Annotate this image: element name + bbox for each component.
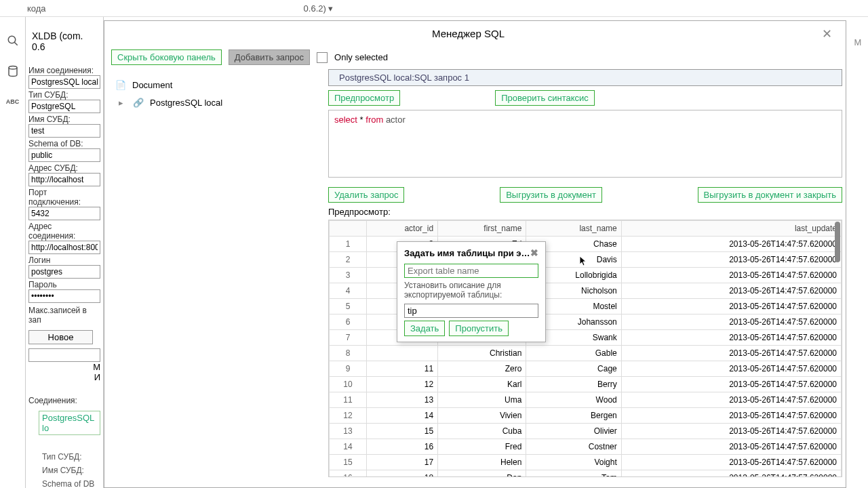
m-label: М bbox=[28, 362, 100, 372]
conn-addr-input[interactable] bbox=[28, 241, 100, 254]
export-name-popup: Задать имя таблицы при э… ✖ Установить о… bbox=[397, 241, 546, 342]
tree-document[interactable]: 📄 Document bbox=[115, 76, 315, 94]
link-icon: 🔗 bbox=[132, 96, 144, 108]
i-label: И bbox=[28, 372, 100, 382]
app-title: XLDB (com. 0.6 bbox=[28, 20, 100, 64]
top-toolbar: кода 0.6.2) ▾ bbox=[0, 0, 868, 17]
db-type-label: Тип СУБД: bbox=[28, 90, 100, 100]
popup-close-icon[interactable]: ✖ bbox=[530, 247, 538, 258]
password-label: Пароль bbox=[28, 280, 100, 289]
schema-input[interactable] bbox=[28, 148, 100, 162]
modal-header: Менеджер SQL ✕ bbox=[104, 21, 846, 45]
conn-name-label: Имя соединения: bbox=[28, 66, 100, 75]
export-name-input[interactable] bbox=[404, 264, 538, 278]
conn-addr-label: Адрес соединения: bbox=[28, 222, 100, 241]
export-tip-input[interactable] bbox=[404, 304, 538, 318]
popup-skip-button[interactable]: Пропустить bbox=[449, 321, 509, 336]
close-icon[interactable]: ✕ bbox=[822, 26, 835, 40]
svg-line-1 bbox=[14, 42, 18, 45]
table-row[interactable]: 1214VivienBergen2013-05-26T14:47:57.6200… bbox=[330, 408, 842, 424]
port-label: Порт подключения: bbox=[28, 188, 100, 207]
preview-label: Предпросмотр: bbox=[328, 207, 842, 217]
abc-icon[interactable]: ABC bbox=[6, 95, 20, 108]
popup-title: Задать имя таблицы при э… bbox=[404, 248, 530, 258]
connections-label: Соединения: bbox=[28, 396, 100, 405]
col-header[interactable]: last_name bbox=[526, 221, 621, 237]
password-input[interactable] bbox=[28, 289, 100, 303]
info-row: Тип СУБД: bbox=[42, 452, 100, 462]
db-addr-input[interactable] bbox=[28, 173, 100, 186]
table-row[interactable]: 1618DanTom2013-05-26T14:47:57.620000 bbox=[330, 470, 842, 478]
only-selected-label: Only selected bbox=[334, 52, 388, 62]
right-rail: M bbox=[848, 17, 868, 488]
db-icon[interactable] bbox=[6, 64, 20, 78]
query-tab[interactable]: PostgresSQL local:SQL запрос 1 bbox=[328, 69, 842, 86]
document-icon: 📄 bbox=[115, 79, 127, 91]
check-syntax-button[interactable]: Проверить синтаксис bbox=[495, 90, 595, 106]
preview-button[interactable]: Предпросмотр bbox=[328, 90, 400, 106]
popup-description: Установить описание для экспортируемой т… bbox=[404, 281, 538, 300]
hide-panel-button[interactable]: Скрыть боковую панель bbox=[111, 49, 222, 65]
table-row[interactable]: 1113UmaWood2013-05-26T14:47:57.620000 bbox=[330, 392, 842, 408]
svg-point-0 bbox=[8, 36, 16, 43]
db-type-input[interactable] bbox=[28, 100, 100, 113]
table-row[interactable]: 1012KarlBerry2013-05-26T14:47:57.620000 bbox=[330, 377, 842, 392]
tree-connection[interactable]: ▸ 🔗 PostgresSQL local bbox=[115, 94, 315, 111]
connection-info-list: Тип СУБД: Имя СУБД: Schema of DB Имя сое… bbox=[28, 452, 100, 488]
col-header[interactable]: last_update bbox=[621, 221, 841, 237]
login-input[interactable] bbox=[28, 265, 100, 279]
rownum-header bbox=[330, 221, 367, 237]
schema-label: Schema of DB: bbox=[28, 139, 100, 148]
export-close-button[interactable]: Выгрузить в документ и закрыть bbox=[698, 187, 842, 203]
modal-title: Менеджер SQL bbox=[115, 28, 822, 39]
col-header[interactable]: actor_id bbox=[367, 221, 438, 237]
chevron-right-icon: ▸ bbox=[115, 96, 127, 108]
left-icon-rail: ABC bbox=[0, 17, 26, 488]
table-row[interactable]: 8ChristianGable2013-05-26T14:47:57.62000… bbox=[330, 346, 842, 361]
sql-editor[interactable]: select * from actor bbox=[328, 110, 842, 178]
port-input[interactable] bbox=[28, 207, 100, 220]
max-records-label: Макс.записей в зап bbox=[28, 306, 100, 325]
tree-pane: 📄 Document ▸ 🔗 PostgresSQL local bbox=[104, 69, 325, 486]
version-dropdown[interactable]: 0.6.2) ▾ bbox=[304, 3, 334, 14]
login-label: Логин bbox=[28, 256, 100, 265]
db-name-input[interactable] bbox=[28, 124, 100, 138]
db-addr-label: Адрес СУБД: bbox=[28, 163, 100, 173]
new-button[interactable]: Новое bbox=[28, 330, 93, 344]
code-label: кода bbox=[27, 3, 46, 14]
export-doc-button[interactable]: Выгрузить в документ bbox=[500, 187, 602, 203]
table-row[interactable]: 1416FredCostner2013-05-26T14:47:57.62000… bbox=[330, 439, 842, 455]
connection-sidebar: XLDB (com. 0.6 Имя соединения: Тип СУБД:… bbox=[26, 17, 104, 488]
search-icon[interactable] bbox=[6, 34, 20, 47]
table-row[interactable]: 911ZeroCage2013-05-26T14:47:57.620000 bbox=[330, 361, 842, 377]
conn-name-input[interactable] bbox=[28, 75, 100, 89]
db-name-label: Имя СУБД: bbox=[28, 115, 100, 124]
col-header[interactable]: first_name bbox=[438, 221, 526, 237]
blank-input-1[interactable] bbox=[28, 348, 100, 362]
connection-item[interactable]: PostgresSQL lo bbox=[39, 411, 100, 435]
info-row: Имя СУБД: bbox=[42, 466, 100, 475]
modal-toolbar: Скрыть боковую панель Добавить запрос On… bbox=[104, 45, 846, 69]
delete-query-button[interactable]: Удалить запрос bbox=[328, 187, 404, 203]
info-row: Schema of DB bbox=[42, 479, 100, 488]
only-selected-checkbox[interactable] bbox=[317, 52, 328, 63]
table-scrollbar[interactable] bbox=[835, 222, 840, 262]
popup-set-button[interactable]: Задать bbox=[404, 321, 445, 336]
table-row[interactable]: 1315CubaOlivier2013-05-26T14:47:57.62000… bbox=[330, 424, 842, 439]
table-row[interactable]: 1517HelenVoight2013-05-26T14:47:57.62000… bbox=[330, 455, 842, 470]
add-query-button[interactable]: Добавить запрос bbox=[229, 49, 310, 65]
svg-point-2 bbox=[9, 66, 17, 70]
right-m-label: M bbox=[854, 37, 862, 47]
